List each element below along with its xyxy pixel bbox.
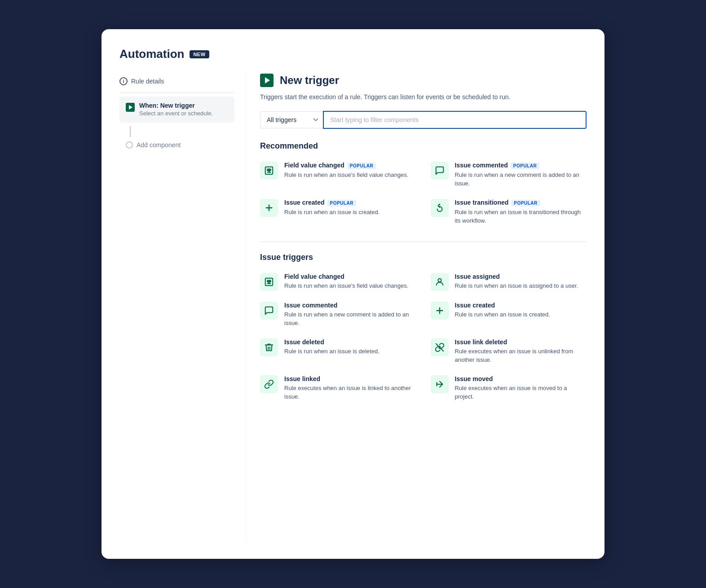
trigger-card[interactable]: Issue movedRule executes when an issue i… xyxy=(431,373,587,403)
trigger-card[interactable]: Issue createdRule is run when an issue i… xyxy=(431,300,587,329)
sidebar-trigger-item[interactable]: When: New trigger Select an event or sch… xyxy=(119,97,234,123)
trigger-card[interactable]: Issue assignedRule is run when an issue … xyxy=(431,271,587,293)
link-deleted-icon xyxy=(431,338,449,356)
trigger-label: When: New trigger xyxy=(139,102,213,109)
main-header: New trigger xyxy=(260,74,587,87)
recommended-grid: Field value changedPOPULARRule is run wh… xyxy=(260,160,587,227)
field-value-icon xyxy=(260,273,278,291)
main-title: New trigger xyxy=(280,74,339,87)
trigger-name: Issue commentedPOPULAR xyxy=(455,162,587,169)
trigger-card[interactable]: Field value changedPOPULARRule is run wh… xyxy=(260,160,416,190)
trigger-card[interactable]: Issue linkedRule executes when an issue … xyxy=(260,373,416,403)
trigger-description: Rule is run when an issue is created. xyxy=(284,208,379,217)
trigger-card[interactable]: Issue link deletedRule executes when an … xyxy=(431,337,587,366)
trigger-description: Rule executes when an issue is unlinked … xyxy=(455,347,587,364)
popular-badge: POPULAR xyxy=(347,162,376,169)
info-icon: i xyxy=(119,77,128,85)
trigger-name: Field value changed xyxy=(284,273,408,280)
trigger-name: Issue link deleted xyxy=(455,338,587,346)
trigger-card[interactable]: Issue transitionedPOPULARRule is run whe… xyxy=(431,197,587,227)
trigger-card[interactable]: Issue commentedRule is run when a new co… xyxy=(260,300,416,329)
plus-icon xyxy=(260,199,278,217)
trigger-card-content: Issue assignedRule is run when an issue … xyxy=(455,273,578,290)
trigger-card-content: Issue commentedPOPULARRule is run when a… xyxy=(455,162,587,188)
trigger-card-content: Issue deletedRule is run when an issue i… xyxy=(284,338,379,356)
recommended-section: Recommended Field value changedPOPULARRu… xyxy=(260,141,587,227)
comment-icon xyxy=(431,162,449,180)
section-divider xyxy=(260,241,587,242)
trigger-card[interactable]: Issue createdPOPULARRule is run when an … xyxy=(260,197,416,227)
main-play-icon xyxy=(260,74,274,87)
trigger-description: Rule is run when an issue's field value … xyxy=(284,281,408,290)
trigger-name: Issue linked xyxy=(284,375,416,382)
rule-details-label: Rule details xyxy=(131,78,164,85)
comment-icon xyxy=(260,302,278,320)
issue-triggers-title: Issue triggers xyxy=(260,253,587,262)
sidebar-add-component[interactable]: Add component xyxy=(119,137,234,153)
trigger-name: Issue assigned xyxy=(455,273,578,280)
trigger-card-content: Issue createdRule is run when an issue i… xyxy=(455,302,550,319)
trigger-name: Issue created xyxy=(455,302,550,309)
trigger-description: Rule executes when an issue is moved to … xyxy=(455,384,587,401)
sidebar-play-icon xyxy=(126,103,135,112)
trigger-sublabel: Select an event or schedule. xyxy=(139,110,213,117)
recommended-title: Recommended xyxy=(260,141,587,151)
trigger-description: Rule is run when a new comment is added … xyxy=(284,310,416,328)
main-content: New trigger Triggers start the execution… xyxy=(245,74,587,541)
trigger-card-content: Field value changedRule is run when an i… xyxy=(284,273,408,290)
trigger-card-content: Issue movedRule executes when an issue i… xyxy=(455,375,587,401)
trigger-card-content: Issue linkedRule executes when an issue … xyxy=(284,375,416,401)
linked-icon xyxy=(260,375,278,393)
trigger-name: Issue commented xyxy=(284,302,416,309)
plus-icon xyxy=(431,302,449,320)
trigger-description: Rule executes when an issue is linked to… xyxy=(284,384,416,401)
popular-badge: POPULAR xyxy=(327,200,356,206)
sidebar-divider xyxy=(119,92,234,93)
trigger-card-content: Issue link deletedRule executes when an … xyxy=(455,338,587,364)
trigger-card[interactable]: Issue commentedPOPULARRule is run when a… xyxy=(431,160,587,190)
main-description: Triggers start the execution of a rule. … xyxy=(260,92,587,102)
trigger-description: Rule is run when an issue's field value … xyxy=(284,171,408,180)
deleted-icon xyxy=(260,338,278,356)
app-container: Automation NEW i Rule details When: New … xyxy=(101,29,605,559)
transition-icon xyxy=(431,199,449,217)
filter-input[interactable] xyxy=(323,111,587,129)
sidebar-rule-details[interactable]: i Rule details xyxy=(119,74,234,89)
field-value-icon xyxy=(260,162,278,180)
popular-badge: POPULAR xyxy=(511,200,540,206)
sidebar-trigger-text: When: New trigger Select an event or sch… xyxy=(139,102,213,117)
issue-triggers-grid: Field value changedRule is run when an i… xyxy=(260,271,587,403)
trigger-card-content: Issue createdPOPULARRule is run when an … xyxy=(284,199,379,216)
trigger-card[interactable]: Issue deletedRule is run when an issue i… xyxy=(260,337,416,366)
trigger-description: Rule is run when an issue is deleted. xyxy=(284,347,379,356)
layout: i Rule details When: New trigger Select … xyxy=(119,74,587,541)
moved-icon xyxy=(431,375,449,393)
add-component-label: Add component xyxy=(137,141,181,149)
trigger-description: Rule is run when a new comment is added … xyxy=(455,171,587,188)
svg-point-8 xyxy=(438,278,441,281)
app-title: Automation xyxy=(119,47,184,61)
issue-triggers-section: Issue triggers Field value changedRule i… xyxy=(260,253,587,403)
popular-badge: POPULAR xyxy=(511,162,539,169)
app-header: Automation NEW xyxy=(119,47,587,61)
filter-row: All triggers xyxy=(260,111,587,129)
trigger-card[interactable]: Field value changedRule is run when an i… xyxy=(260,271,416,293)
trigger-description: Rule is run when an issue is assigned to… xyxy=(455,281,578,290)
trigger-card-content: Issue transitionedPOPULARRule is run whe… xyxy=(455,199,587,225)
triggers-filter-select[interactable]: All triggers xyxy=(260,111,323,128)
add-circle-icon xyxy=(126,141,133,149)
new-badge: NEW xyxy=(190,50,209,58)
sidebar: i Rule details When: New trigger Select … xyxy=(119,74,245,541)
trigger-name: Issue transitionedPOPULAR xyxy=(455,199,587,206)
trigger-name: Issue createdPOPULAR xyxy=(284,199,379,206)
trigger-card-content: Issue commentedRule is run when a new co… xyxy=(284,302,416,328)
trigger-description: Rule is run when an issue is transitione… xyxy=(455,208,587,225)
assigned-icon xyxy=(431,273,449,291)
trigger-name: Issue deleted xyxy=(284,338,379,346)
trigger-card-content: Field value changedPOPULARRule is run wh… xyxy=(284,162,408,179)
trigger-name: Issue moved xyxy=(455,375,587,382)
trigger-name: Field value changedPOPULAR xyxy=(284,162,408,169)
trigger-description: Rule is run when an issue is created. xyxy=(455,310,550,319)
sidebar-connector xyxy=(130,126,131,137)
